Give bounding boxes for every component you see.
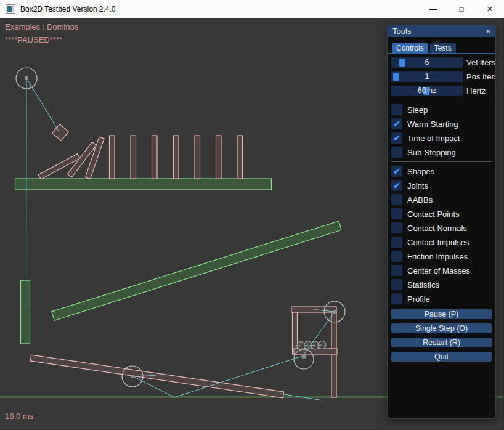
- checkbox-box-checked[interactable]: ✔: [391, 166, 402, 177]
- slider-value: 1: [391, 71, 463, 82]
- standing-domino: [174, 136, 179, 179]
- paused-label: ****PAUSED****: [5, 35, 62, 44]
- hanging-box: [52, 124, 69, 141]
- separator: [391, 161, 492, 162]
- tools-panel: Tools × ControlsTests 6Vel Iters1Pos Ite…: [387, 25, 496, 419]
- separator: [391, 100, 492, 100]
- checkbox-label: Contact Normals: [407, 224, 467, 233]
- checkbox-box-checked[interactable]: ✔: [391, 118, 402, 129]
- checkbox-box-checked[interactable]: ✔: [391, 132, 402, 144]
- checkbox-contact-points[interactable]: Contact Points: [391, 208, 492, 219]
- checkbox-label: Joints: [407, 181, 428, 190]
- checkbox-box-checked[interactable]: ✔: [391, 180, 402, 191]
- checkbox-friction-impulses[interactable]: Friction Impulses: [391, 251, 492, 262]
- single-step-o-button[interactable]: Single Step (O): [391, 323, 492, 333]
- checkbox-sub-stepping[interactable]: Sub-Stepping: [391, 147, 492, 158]
- vertical-column: [21, 280, 30, 344]
- checkbox-profile[interactable]: Profile: [391, 293, 492, 304]
- app-icon: [6, 4, 15, 14]
- checkbox-joints[interactable]: ✔Joints: [391, 180, 492, 191]
- window-controls: —□×: [419, 0, 504, 18]
- slider-row: 1Pos Iters: [391, 71, 492, 82]
- standing-domino: [237, 136, 243, 179]
- seesaw-plank: [30, 355, 283, 398]
- checkbox-label: AABBs: [407, 195, 433, 205]
- window-titlebar[interactable]: Box2D Testbed Version 2.4.0 —□×: [0, 0, 504, 18]
- checkbox-center-of-masses[interactable]: Center of Masses: [391, 265, 492, 276]
- slider-vel-iters[interactable]: 6: [391, 57, 463, 68]
- checkbox-label: Time of Impact: [407, 134, 460, 143]
- checkbox-shapes[interactable]: ✔Shapes: [391, 166, 492, 177]
- cradle-left-post: [293, 312, 298, 354]
- slider-label: Hertz: [466, 86, 486, 95]
- slider-hertz[interactable]: 60 hz: [391, 86, 463, 96]
- checkbox-label: Shapes: [407, 167, 434, 176]
- checkbox-box[interactable]: [391, 279, 402, 290]
- checkbox-label: Sub-Stepping: [407, 148, 456, 157]
- joint-anchor: [25, 76, 28, 80]
- slider-row: 60 hzHertz: [391, 86, 492, 96]
- checkbox-label: Contact Points: [407, 209, 460, 219]
- checkbox-box[interactable]: [391, 147, 402, 158]
- ramp-plank: [52, 221, 342, 320]
- checkbox-label: Contact Impulses: [407, 238, 469, 247]
- checkbox-box[interactable]: [391, 208, 402, 219]
- close-icon: ×: [487, 3, 493, 15]
- checkbox-box[interactable]: [391, 104, 402, 115]
- cradle-right-post: [331, 312, 336, 397]
- example-label: Examples : Dominos: [5, 22, 78, 31]
- checkbox-box[interactable]: [391, 293, 402, 304]
- standing-domino: [131, 136, 136, 179]
- checkbox-box[interactable]: [391, 237, 402, 248]
- joint-anchor: [131, 375, 134, 378]
- checkbox-label: Warm Starting: [407, 120, 458, 129]
- checkbox-box[interactable]: [391, 265, 402, 276]
- restart-r-button[interactable]: Restart (R): [391, 338, 492, 347]
- slider-pos-iters[interactable]: 1: [391, 71, 463, 82]
- checkbox-label: Sleep: [407, 105, 428, 115]
- checkbox-sleep[interactable]: Sleep: [391, 104, 492, 115]
- joint-anchor: [333, 310, 336, 314]
- checkbox-time-of-impact[interactable]: ✔Time of Impact: [391, 132, 492, 144]
- falling-domino: [86, 137, 105, 179]
- slider-value: 60 hz: [391, 86, 463, 96]
- checkbox-box[interactable]: [391, 251, 402, 262]
- standing-domino: [216, 136, 222, 179]
- slider-label: Vel Iters: [466, 58, 495, 67]
- checkbox-label: Statistics: [407, 280, 439, 290]
- domino-platform: [15, 179, 272, 190]
- checkbox-contact-impulses[interactable]: Contact Impulses: [391, 237, 492, 248]
- slider-label: Pos Iters: [466, 72, 496, 81]
- quit-button[interactable]: Quit: [391, 352, 492, 362]
- checkbox-statistics[interactable]: Statistics: [391, 279, 492, 290]
- maximize-button[interactable]: □: [447, 0, 476, 18]
- slider-value: 6: [391, 57, 463, 68]
- panel-close-icon[interactable]: ×: [486, 25, 490, 37]
- minimize-button[interactable]: —: [419, 0, 447, 18]
- checkbox-label: Profile: [407, 294, 430, 304]
- checkbox-warm-starting[interactable]: ✔Warm Starting: [391, 118, 492, 129]
- checkbox-box[interactable]: [391, 222, 402, 233]
- tab-controls[interactable]: Controls: [392, 43, 428, 53]
- panel-body: 6Vel Iters1Pos Iters60 hzHertz Sleep✔War…: [388, 54, 495, 362]
- checkbox-contact-normals[interactable]: Contact Normals: [391, 222, 492, 233]
- joint-line: [26, 79, 27, 311]
- tools-panel-title: Tools: [392, 26, 411, 36]
- checkbox-box[interactable]: [391, 194, 402, 205]
- tools-panel-titlebar[interactable]: Tools ×: [388, 25, 495, 37]
- tab-tests[interactable]: Tests: [430, 43, 456, 53]
- checkbox-label: Center of Masses: [407, 266, 470, 275]
- joint-line: [26, 78, 59, 132]
- frame-time-label: 18.0 ms: [5, 412, 33, 421]
- standing-domino: [195, 136, 200, 179]
- tab-bar: ControlsTests: [388, 43, 495, 54]
- window-title: Box2D Testbed Version 2.4.0: [20, 5, 116, 14]
- checkbox-aabbs[interactable]: AABBs: [391, 194, 492, 205]
- close-button[interactable]: ×: [476, 0, 504, 18]
- slider-row: 6Vel Iters: [391, 57, 492, 68]
- pause-p-button[interactable]: Pause (P): [391, 309, 492, 319]
- standing-domino: [152, 136, 158, 179]
- joint-anchor: [302, 354, 306, 359]
- standing-domino: [110, 136, 115, 179]
- checkbox-label: Friction Impulses: [407, 252, 468, 261]
